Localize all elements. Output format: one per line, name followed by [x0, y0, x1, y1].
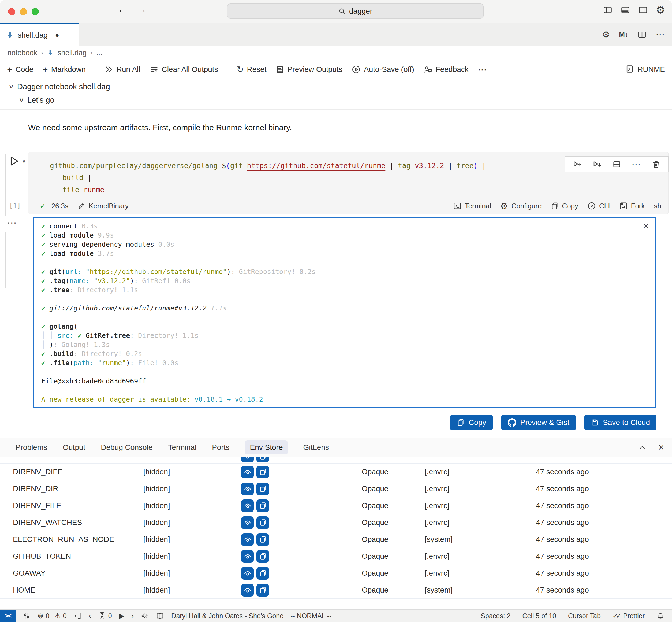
- output-box[interactable]: × ✔ connect 0.3s✔ load module 9.9s✔ serv…: [34, 217, 656, 408]
- panel-tab-debug-console[interactable]: Debug Console: [100, 441, 153, 454]
- reveal-value-icon[interactable]: [241, 550, 254, 563]
- table-row[interactable]: DIRENV_WATCHES [hidden] Opaque [.envrc] …: [0, 514, 672, 531]
- reset-button[interactable]: ↻ Reset: [236, 65, 267, 74]
- cell-name-item[interactable]: KernelBinary: [77, 202, 128, 210]
- runme-button[interactable]: RUNME: [625, 65, 665, 74]
- reveal-value-icon[interactable]: [241, 466, 254, 478]
- reveal-value-icon[interactable]: [241, 499, 254, 512]
- preview-gist-button[interactable]: Preview & Gist: [501, 415, 576, 430]
- table-row[interactable]: ELECTRON_RUN_AS_NODE [hidden] Opaque [sy…: [0, 531, 672, 548]
- notebook-settings-gear-icon[interactable]: ⚙: [602, 30, 610, 39]
- notifications-bell-icon[interactable]: [657, 612, 665, 620]
- table-row[interactable]: GOAWAY [hidden] Opaque [.envrc] 47 secon…: [0, 565, 672, 582]
- markdown-toggle-icon[interactable]: M↓: [619, 30, 628, 39]
- panel-tab-env-store[interactable]: Env Store: [245, 441, 288, 454]
- panel-tab-output[interactable]: Output: [62, 441, 86, 454]
- execute-above-icon[interactable]: [572, 160, 582, 169]
- reveal-value-icon[interactable]: [241, 483, 254, 495]
- toggle-sidebar-icon[interactable]: [603, 5, 612, 15]
- configure-action[interactable]: ⚙ Configure: [500, 202, 542, 210]
- copy-value-icon[interactable]: [256, 584, 269, 596]
- copy-value-icon[interactable]: [256, 550, 269, 563]
- toolbar-more-icon[interactable]: ⋯: [478, 67, 488, 72]
- reveal-value-icon[interactable]: [241, 457, 254, 462]
- panel-tab-terminal[interactable]: Terminal: [167, 441, 197, 454]
- add-code-button[interactable]: + Code: [7, 65, 34, 74]
- now-playing-track[interactable]: Daryl Hall & John Oates - She's Gone: [171, 612, 284, 620]
- formatter-indicator[interactable]: ✓✓ Prettier: [612, 612, 645, 620]
- execute-below-icon[interactable]: [592, 160, 602, 169]
- table-row[interactable]: DIRENV_FILE [hidden] Opaque [.envrc] 47 …: [0, 497, 672, 514]
- copy-value-icon[interactable]: [256, 466, 269, 478]
- breadcrumb-notebook[interactable]: notebook: [7, 49, 37, 57]
- close-panel-icon[interactable]: ×: [658, 443, 664, 452]
- broadcast-indicator[interactable]: 0: [98, 612, 112, 620]
- copy-value-icon[interactable]: [256, 483, 269, 495]
- run-all-button[interactable]: Run All: [104, 65, 140, 74]
- panel-tab-ports[interactable]: Ports: [212, 441, 230, 454]
- reveal-value-icon[interactable]: [241, 533, 254, 546]
- copy-output-button[interactable]: Copy: [450, 415, 492, 430]
- reveal-value-icon[interactable]: [241, 567, 254, 580]
- terminal-action[interactable]: Terminal: [453, 202, 491, 210]
- volume-icon[interactable]: [141, 612, 149, 620]
- table-row[interactable]: HOME [hidden] Opaque [system] 47 seconds…: [0, 582, 672, 598]
- table-row[interactable]: HOMEBREW_CELLAR [hidden] Opaque [system]…: [0, 598, 672, 600]
- cell-more-actions-icon[interactable]: ⋯: [632, 162, 641, 167]
- run-cell-button[interactable]: ∨: [8, 155, 26, 167]
- preview-outputs-button[interactable]: Preview Outputs: [276, 65, 342, 74]
- reveal-value-icon[interactable]: [241, 584, 254, 596]
- split-editor-icon[interactable]: [637, 30, 646, 39]
- tab-shell-dag[interactable]: shell.dag ●: [0, 23, 79, 46]
- table-row[interactable]: DIRENV_DIR [hidden] Opaque [.envrc] 47 s…: [0, 480, 672, 497]
- copy-value-icon[interactable]: [256, 533, 269, 546]
- table-row[interactable]: DIRENV_DIFF [hidden] Opaque [.envrc] 47 …: [0, 463, 672, 480]
- close-output-icon[interactable]: ×: [643, 221, 648, 230]
- back-arrow-button[interactable]: ←: [117, 3, 128, 15]
- reading-mode-icon[interactable]: [156, 612, 164, 620]
- copy-value-icon[interactable]: [256, 457, 269, 462]
- add-markdown-button[interactable]: + Markdown: [43, 65, 86, 74]
- cursor-tab-indicator[interactable]: Cursor Tab: [568, 612, 601, 620]
- copy-value-icon[interactable]: [256, 516, 269, 529]
- close-window-button[interactable]: [8, 8, 15, 15]
- settings-gear-icon[interactable]: ⚙: [656, 5, 665, 15]
- indentation-indicator[interactable]: Spaces: 2: [481, 612, 511, 620]
- sign-out-icon[interactable]: [74, 612, 82, 620]
- clear-all-outputs-button[interactable]: Clear All Outputs: [150, 65, 218, 74]
- cell-position-indicator[interactable]: Cell 5 of 10: [522, 612, 556, 620]
- breadcrumb-more[interactable]: ...: [96, 49, 102, 57]
- toggle-panel-icon[interactable]: [621, 5, 630, 15]
- forward-arrow-button[interactable]: →: [136, 3, 147, 15]
- cell-language-label[interactable]: sh: [654, 202, 661, 210]
- copy-value-icon[interactable]: [256, 567, 269, 580]
- split-cell-icon[interactable]: [612, 160, 621, 169]
- outline-item-lets-go[interactable]: ∨ Let's go: [0, 93, 672, 107]
- play-icon[interactable]: ▶: [119, 612, 124, 620]
- more-actions-icon[interactable]: ⋯: [656, 32, 666, 37]
- previous-track-icon[interactable]: ‹: [89, 612, 91, 620]
- maximize-panel-icon[interactable]: [638, 443, 646, 452]
- errors-indicator[interactable]: ⊗ 0 ⚠ 0: [38, 612, 67, 620]
- modified-dot-icon[interactable]: ●: [55, 31, 59, 39]
- fork-action[interactable]: Fork: [619, 202, 645, 210]
- feedback-button[interactable]: Feedback: [423, 65, 469, 74]
- minimize-window-button[interactable]: [20, 8, 27, 15]
- panel-tab-gitlens[interactable]: GitLens: [302, 441, 330, 454]
- reveal-value-icon[interactable]: [241, 516, 254, 529]
- vim-mode-indicator[interactable]: -- NORMAL --: [291, 612, 331, 620]
- table-row[interactable]: GITHUB_TOKEN [hidden] Opaque [.envrc] 47…: [0, 548, 672, 565]
- command-center-search[interactable]: dagger: [227, 3, 484, 19]
- chevron-down-icon[interactable]: ∨: [22, 158, 26, 164]
- copy-action[interactable]: Copy: [551, 202, 578, 210]
- autosave-toggle[interactable]: Auto-Save (off): [351, 65, 414, 74]
- toggle-secondary-sidebar-icon[interactable]: [638, 5, 648, 15]
- table-row-partial[interactable]: [0, 457, 672, 463]
- outline-item-root[interactable]: ∨ Dagger notebook shell.dag: [0, 80, 672, 93]
- delete-cell-icon[interactable]: [651, 160, 661, 169]
- zoom-window-button[interactable]: [32, 8, 39, 15]
- kernel-picker-icon[interactable]: [23, 612, 31, 620]
- next-track-icon[interactable]: ›: [131, 612, 134, 620]
- breadcrumb-file[interactable]: shell.dag: [58, 49, 86, 57]
- panel-tab-problems[interactable]: Problems: [15, 441, 48, 454]
